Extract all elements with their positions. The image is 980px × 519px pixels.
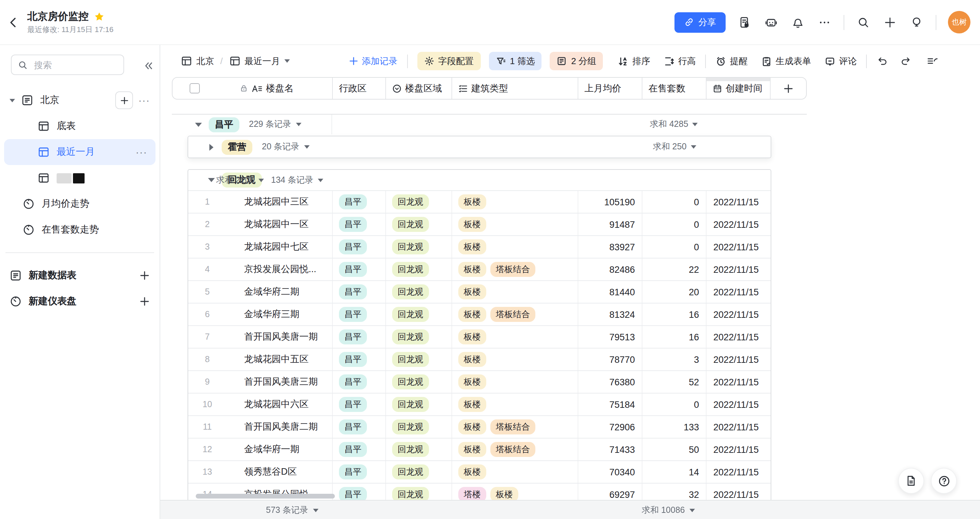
column-header-building-type[interactable]: 建筑类型	[452, 78, 578, 99]
sidebar-item-avg-price-trend[interactable]: 月均价走势	[0, 191, 159, 217]
record-detail-fab[interactable]	[898, 468, 924, 494]
sidebar-base-beijing[interactable]: 北京 ···	[0, 87, 159, 113]
chevron-down-icon[interactable]	[296, 123, 301, 126]
collapse-sidebar-button[interactable]	[143, 60, 154, 74]
help-fab[interactable]	[931, 468, 957, 494]
group-header-changping[interactable]: 昌平 229 条记录 求和 4285	[172, 115, 807, 134]
create-date: 2022/11/15	[706, 416, 769, 438]
horizontal-scrollbar[interactable]	[196, 494, 335, 498]
table-row[interactable]: 6 金域华府三期 昌平 回龙观 板楼塔板结合 81324 16 2022/11/…	[188, 303, 771, 325]
table-switcher[interactable]: 北京	[181, 55, 214, 67]
sidebar-item-on-sale-trend[interactable]: 在售套数走势	[0, 217, 159, 243]
building-type-cell: 板楼塔板结合	[452, 438, 578, 460]
table-row[interactable]: 8 龙城花园中五区 昌平 回龙观 板楼 78770 3 2022/11/15	[188, 348, 771, 370]
back-button[interactable]	[0, 15, 27, 29]
notifications-button[interactable]	[791, 15, 805, 30]
plus-icon[interactable]	[139, 296, 150, 307]
comment-label: 评论	[839, 55, 857, 67]
comment-button[interactable]: 评论	[825, 55, 857, 67]
table-row[interactable]: 9 首开国风美唐三期 昌平 回龙观 板楼 76380 52 2022/11/15	[188, 370, 771, 393]
single-select-icon	[392, 84, 402, 93]
column-header-on-sale[interactable]: 在售套数	[642, 78, 706, 99]
building-type-cell: 板楼塔板结合	[452, 416, 578, 438]
generate-form-button[interactable]: 生成表单	[761, 55, 811, 67]
add-table-button[interactable]	[115, 91, 133, 109]
plus-icon[interactable]	[139, 270, 150, 281]
avg-price: 75184	[578, 393, 642, 416]
group-header-huilongguan[interactable]: 回龙观 134 条记录 求和 2100	[188, 170, 771, 190]
automation-button[interactable]	[764, 15, 779, 30]
global-search-button[interactable]	[856, 15, 871, 30]
table-row[interactable]: 10 龙城花园中六区 昌平 回龙观 板楼 75184 0 2022/11/15	[188, 393, 771, 416]
table-row[interactable]: 3 龙城花园中七区 昌平 回龙观 板楼 83927 0 2022/11/15	[188, 235, 771, 258]
permissions-button[interactable]	[737, 15, 752, 30]
sort-button[interactable]: 排序	[618, 55, 650, 67]
table-row[interactable]: 1 龙城花园中三区 昌平 回龙观 板楼 105190 0 2022/11/15	[188, 190, 771, 213]
chevron-down-icon[interactable]	[318, 178, 324, 182]
filter-button[interactable]: 1 筛选	[488, 52, 542, 70]
building-type-cell: 板楼	[452, 236, 578, 258]
sidebar-search[interactable]	[11, 54, 124, 75]
create-new-button[interactable]	[883, 15, 897, 30]
group-button[interactable]: 2 分组	[550, 52, 603, 70]
on-sale-count: 0	[642, 191, 706, 213]
view-list-button[interactable]	[927, 55, 939, 67]
base-name: 北京	[40, 94, 59, 107]
column-header-area[interactable]: 楼盘区域	[385, 78, 452, 99]
total-records[interactable]: 573 条记录	[266, 501, 318, 519]
remind-label: 提醒	[730, 55, 748, 67]
column-header-district[interactable]: 行政区	[332, 78, 385, 99]
redo-button[interactable]	[900, 55, 912, 67]
select-all-checkbox[interactable]	[189, 83, 200, 94]
sidebar-item-censored-table[interactable]	[0, 165, 159, 191]
plus-icon	[883, 15, 897, 29]
table-row[interactable]: 13 领秀慧谷D区 昌平 回龙观 板楼 70340 14 2022/11/15	[188, 460, 771, 483]
view-switcher[interactable]: 最近一月	[229, 55, 290, 67]
table-row[interactable]: 7 首开国风美唐一期 昌平 回龙观 板楼 79513 16 2022/11/15	[188, 325, 771, 348]
row-height-button[interactable]: 行高	[664, 55, 696, 67]
table-row[interactable]: 2 龙城花园中一区 昌平 回龙观 板楼 91487 0 2022/11/15	[188, 213, 771, 235]
group-sum[interactable]: 求和 4285	[642, 119, 706, 130]
add-record-button[interactable]: 添加记录	[348, 55, 397, 67]
sidebar-item-base-table[interactable]: 底表	[0, 113, 159, 139]
sidebar-item-recent-month[interactable]: 最近一月 ···	[4, 139, 156, 165]
avatar[interactable]: 也树	[948, 11, 970, 33]
share-button[interactable]: 分享	[675, 12, 725, 32]
field-config-button[interactable]: 字段配置	[417, 52, 480, 70]
building-type-cell: 板楼塔板结合	[452, 258, 578, 280]
group-header-huoying[interactable]: 霍营 20 条记录 求和 250	[188, 136, 771, 158]
create-date: 2022/11/15	[706, 213, 769, 235]
expand-caret-icon[interactable]	[10, 99, 15, 102]
table-row[interactable]: 4 京投发展公园悦... 昌平 回龙观 板楼塔板结合 82486 22 2022…	[188, 258, 771, 280]
undo-button[interactable]	[877, 55, 888, 67]
building-type-cell: 板楼	[452, 326, 578, 348]
on-sale-count: 52	[642, 371, 706, 393]
table-row[interactable]: 11 首开国风美唐二期 昌平 回龙观 板楼塔板结合 72906 133 2022…	[188, 416, 771, 438]
column-header-create-time[interactable]: 创建时间	[706, 78, 770, 99]
collapse-group-icon[interactable]	[195, 123, 202, 126]
group-sum[interactable]: 求和 250	[643, 141, 706, 153]
more-button[interactable]	[817, 15, 832, 30]
group-sum[interactable]: 求和 2100	[208, 174, 272, 186]
base-more-button[interactable]: ···	[138, 95, 150, 106]
on-sale-count: 0	[642, 393, 706, 416]
table-row[interactable]: 12 金域华府一期 昌平 回龙观 板楼塔板结合 71433 50 2022/11…	[188, 438, 771, 460]
remind-button[interactable]: 提醒	[716, 55, 748, 67]
search-input[interactable]	[33, 59, 117, 71]
district-tag: 昌平	[339, 465, 367, 479]
table-row[interactable]: 5 金域华府二期 昌平 回龙观 板楼 81440 20 2022/11/15	[188, 280, 771, 303]
new-table-button[interactable]: 新建数据表	[0, 263, 159, 288]
view-more-button[interactable]: ···	[136, 146, 147, 158]
total-sum[interactable]: 求和 10086	[642, 501, 695, 519]
bell-icon	[791, 15, 805, 29]
add-field-button[interactable]	[770, 78, 806, 99]
text-field-icon	[251, 84, 262, 93]
column-header-avg-price[interactable]: 上月均价	[578, 78, 642, 99]
chevron-down-icon[interactable]	[304, 145, 310, 149]
star-icon[interactable]	[94, 11, 104, 21]
expand-group-icon[interactable]	[209, 143, 213, 150]
whats-new-button[interactable]	[909, 15, 924, 30]
new-dashboard-button[interactable]: 新建仪表盘	[0, 288, 159, 314]
column-header-name[interactable]: 楼盘名	[173, 78, 332, 99]
chevron-down-icon	[284, 59, 290, 63]
